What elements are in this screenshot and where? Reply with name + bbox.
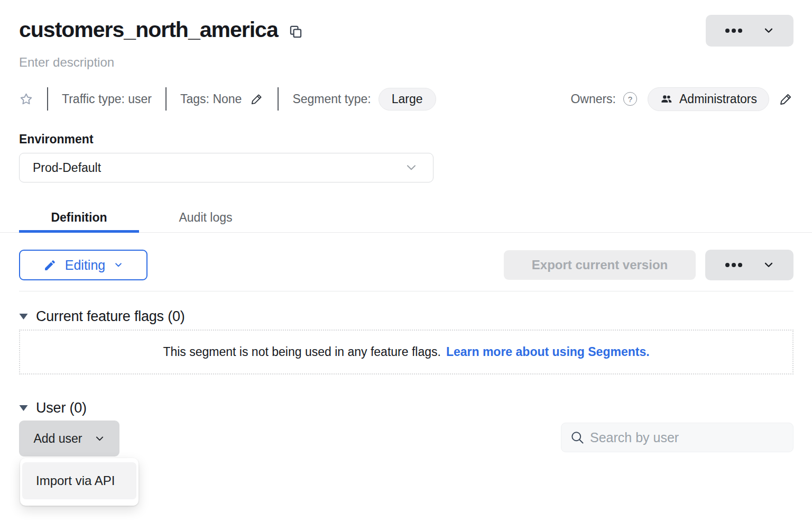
empty-state-text: This segment is not being used in any fe… (163, 345, 440, 359)
owners-group: Owners: ? Administrators (570, 87, 793, 111)
owners-badge[interactable]: Administrators (648, 87, 769, 111)
header-more-actions-button[interactable] (706, 15, 793, 47)
segment-detail-page: customers_north_america Enter descriptio… (0, 15, 812, 530)
favorite-star-icon[interactable] (19, 92, 33, 106)
feature-flags-empty-state: This segment is not being used in any fe… (19, 330, 793, 374)
definition-toolbar: Editing Export current version (19, 250, 793, 280)
pencil-icon (43, 259, 57, 272)
user-section-title: User (0) (36, 400, 87, 416)
segment-type-badge: Large (379, 88, 436, 111)
search-by-user-input[interactable] (590, 430, 785, 445)
page-header: customers_north_america (19, 15, 793, 47)
learn-more-link[interactable]: Learn more about using Segments. (446, 345, 650, 359)
add-user-dropdown-menu: Import via API (20, 458, 139, 506)
toolbar-more-actions-button[interactable] (705, 250, 793, 280)
help-icon[interactable]: ? (623, 92, 637, 106)
owners-value: Administrators (679, 92, 757, 106)
menu-item-import-via-api[interactable]: Import via API (22, 462, 136, 499)
chevron-down-icon (94, 433, 105, 444)
tab-bar: Definition Audit logs (0, 203, 812, 233)
ellipsis-icon (725, 262, 743, 268)
chevron-down-icon (763, 259, 774, 271)
traffic-type-label: Traffic type: user (62, 92, 152, 106)
environment-selected-value: Prod-Default (33, 161, 101, 175)
environment-label: Environment (19, 132, 793, 147)
title-wrap: customers_north_america (19, 15, 303, 44)
collapse-triangle-icon (19, 405, 28, 412)
divider (47, 87, 48, 111)
tab-definition[interactable]: Definition (19, 203, 139, 232)
add-user-button[interactable]: Add user (19, 421, 119, 456)
description-field[interactable]: Enter description (19, 55, 793, 70)
chevron-down-icon (114, 260, 123, 270)
feature-flags-section-header[interactable]: Current feature flags (0) (19, 308, 793, 325)
collapse-triangle-icon (19, 313, 28, 320)
divider (278, 87, 279, 111)
segment-type-label: Segment type: (292, 92, 371, 106)
chevron-down-icon (404, 161, 418, 175)
user-controls-row: Add user Import via API (19, 421, 793, 456)
search-icon (570, 430, 585, 445)
page-title: customers_north_america (19, 15, 278, 44)
edit-owners-icon[interactable] (779, 92, 793, 106)
copy-icon[interactable] (289, 24, 303, 39)
people-icon (660, 93, 673, 106)
edit-tags-icon[interactable] (250, 92, 264, 106)
export-current-version-button[interactable]: Export current version (504, 250, 696, 280)
add-user-label: Add user (33, 432, 82, 446)
user-section-header[interactable]: User (0) (19, 400, 793, 416)
chevron-down-icon (763, 25, 774, 36)
ellipsis-icon (725, 28, 743, 33)
tab-audit-logs[interactable]: Audit logs (139, 203, 272, 232)
owners-label: Owners: (570, 92, 616, 106)
editing-status-label: Editing (65, 258, 105, 273)
divider (165, 87, 167, 111)
user-search-box (561, 423, 793, 452)
toolbar-right: Export current version (504, 250, 793, 280)
tags-label: Tags: None (180, 92, 242, 106)
meta-row: Traffic type: user Tags: None Segment ty… (19, 87, 793, 111)
environment-select[interactable]: Prod-Default (19, 153, 433, 182)
feature-flags-section-title: Current feature flags (0) (36, 308, 185, 325)
editing-status-button[interactable]: Editing (19, 250, 147, 280)
add-user-wrap: Add user Import via API (19, 421, 119, 456)
divider (19, 291, 793, 291)
